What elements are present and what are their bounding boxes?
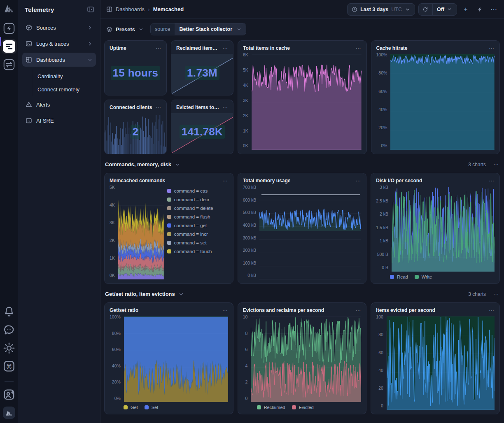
legend-swatch [167,206,171,210]
y-tick-label: 2K [243,114,248,118]
legend-label: Evicted [299,405,314,410]
dashboards-grid-icon [26,56,32,63]
chevron-down-icon [138,27,144,32]
active-product-indicator [0,37,1,46]
main-area: Dashboards › Memcached Last 3 days UTC O… [100,0,504,423]
legend-item[interactable]: Reclaimed [257,405,285,410]
source-filter[interactable]: source Better Stack collector [150,23,246,35]
chart-card-total-items: Total items in cache⋯ 6K5K4K3K2K1K0K [238,40,367,154]
legend-item[interactable]: command = touch [167,249,228,254]
command-menu-icon[interactable]: ⌘ [3,360,15,372]
legend-swatch [390,275,394,279]
y-tick-label: 80% [112,331,121,336]
sidebar-item-dashboards[interactable]: Dashboards [22,53,96,67]
workspace-avatar[interactable] [3,407,15,419]
y-tick-label: 1 kB [380,239,388,243]
sidebar-item-ai-sre[interactable]: AI SRE [22,114,96,128]
chart-plot[interactable] [124,316,228,402]
legend-item[interactable]: command = incr [167,232,228,237]
legend-item[interactable]: command = get [167,223,228,228]
chart-plot[interactable] [251,316,361,402]
chart-plot[interactable] [259,187,361,279]
chart-plot[interactable] [387,316,495,410]
legend-item[interactable]: command = cas [167,188,228,193]
source-filter-key: source [151,23,175,35]
refresh-button[interactable] [419,4,433,15]
legend-label: command = set [174,240,207,245]
y-tick-label: 5K [243,68,248,72]
section-toggle[interactable]: Commands, memory, disk [105,161,180,167]
legend-item[interactable]: Evicted [292,405,314,410]
legend-item[interactable]: Get [124,405,138,410]
card-menu-button[interactable]: ⋯ [355,178,361,184]
y-tick-label: 0 B [382,265,388,270]
legend-item[interactable]: Write [415,274,432,279]
legend-item[interactable]: Read [390,274,408,279]
card-menu-button[interactable]: ⋯ [222,105,228,110]
legend-item[interactable]: Set [145,405,159,410]
chevron-down-icon [87,57,93,63]
notifications-bell-icon[interactable] [3,306,15,318]
chevron-down-icon [447,7,453,12]
chevron-down-icon [236,27,242,32]
y-tick-label: 700 kB [243,185,257,190]
card-menu-button[interactable]: ⋯ [356,46,362,51]
stat-value: 1.73M [185,66,219,80]
presets-dropdown[interactable]: Presets [106,26,144,33]
refresh-interval-dropdown[interactable]: Off [433,7,457,12]
sidebar-item-logs-traces[interactable]: Logs & traces [22,37,96,51]
legend-item[interactable]: command = flush [167,214,228,219]
breadcrumb-dashboards[interactable]: Dashboards [116,6,145,12]
feedback-chat-icon[interactable] [3,324,15,336]
card-menu-button[interactable]: ⋯ [355,308,361,313]
legend-swatch [145,405,149,409]
section-menu-button[interactable]: ⋯ [493,291,499,297]
cube-icon [26,24,32,31]
add-chart-button[interactable]: + [460,4,471,15]
y-axis: 100%80%60%40%20%0% [376,53,387,148]
sidebar-item-label: Dashboards [36,57,83,63]
legend-item[interactable]: command = delete [167,206,228,211]
section-toggle[interactable]: Get/set ratio, item evictions [105,291,184,297]
card-menu-button[interactable]: ⋯ [156,46,161,51]
chart-plot[interactable] [390,54,495,150]
legend-swatch [167,198,171,202]
telemetry-product-icon[interactable] [3,40,15,53]
card-menu-button[interactable]: ⋯ [489,178,495,184]
more-options-button[interactable]: ⋯ [488,4,499,15]
flow-product-icon[interactable] [3,58,15,71]
legend-label: command = decr [174,197,210,202]
chart-plot[interactable] [392,187,495,272]
card-menu-button[interactable]: ⋯ [222,308,228,313]
section-menu-button[interactable]: ⋯ [493,162,499,167]
sidebar-item-sources[interactable]: Sources [22,21,96,35]
card-menu-button[interactable]: ⋯ [222,46,228,51]
stat-title: Connected clients [110,105,152,110]
stat-title: Reclaimed items to... [176,45,220,51]
time-range-picker[interactable]: Last 3 days UTC [347,3,415,16]
invite-user-icon[interactable] [3,388,15,401]
sidebar-item-connect-remotely[interactable]: Connect remotely [32,83,96,96]
chart-plot[interactable] [252,54,362,150]
sidebar-item-alerts[interactable]: Alerts [22,98,96,112]
card-menu-button[interactable]: ⋯ [489,46,495,51]
legend-item[interactable]: command = set [167,240,228,245]
collapse-sidebar-icon[interactable] [87,6,94,13]
y-tick-label: 500 kB [243,210,257,215]
chart-title: Cache hitrate [376,45,408,51]
legend-label: command = delete [174,206,213,211]
sidebar-item-cardinality[interactable]: Cardinality [32,70,96,83]
y-tick-label: 40% [112,364,121,368]
card-menu-button[interactable]: ⋯ [156,105,161,110]
card-menu-button[interactable]: ⋯ [222,178,228,184]
y-axis: 100%80%60%40%20%0% [110,315,121,400]
terminal-icon [26,40,32,47]
quick-actions-bolt-icon[interactable] [474,4,485,15]
y-tick-label: 2 [245,380,248,384]
legend-item[interactable]: command = decr [167,197,228,202]
uptime-product-icon[interactable] [3,22,15,35]
theme-sun-icon[interactable] [3,342,15,354]
dashboards-grid-icon [106,6,112,12]
chart-plot[interactable] [118,187,164,279]
card-menu-button[interactable]: ⋯ [489,308,495,313]
